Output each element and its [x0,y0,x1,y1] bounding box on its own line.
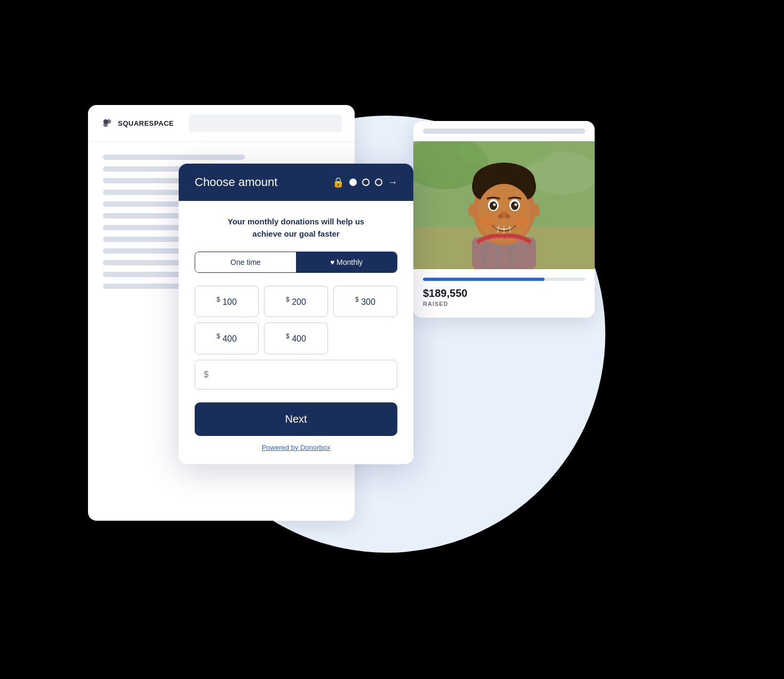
custom-amount-row [195,360,397,390]
powered-by-link[interactable]: Powered by Donorbox [195,443,397,451]
svg-point-31 [468,204,479,217]
donation-header: Choose amount 🔒 → [179,164,413,201]
raised-amount: $189,550 [423,287,585,300]
campaign-card-header [413,121,595,141]
content-line [103,155,245,160]
amount-button-200[interactable]: $ 200 [264,286,328,317]
progress-bar-fill [423,278,545,281]
svg-rect-10 [472,245,536,248]
currency-symbol: $ [217,333,220,340]
amount-grid-2: $ 400 $ 400 [195,322,397,354]
heart-icon: ♥ [330,258,334,266]
svg-point-22 [515,204,517,206]
lock-icon: 🔒 [332,176,344,188]
svg-point-21 [493,204,496,206]
monthly-toggle[interactable]: ♥ Monthly [296,252,397,272]
monthly-label: Monthly [337,258,363,266]
tagline-line2: achieve our goal faster [252,229,339,238]
next-button[interactable]: Next [195,402,397,436]
raised-label: RAISED [423,301,585,307]
squarespace-brand-name: SQUARESPACE [118,119,174,127]
svg-point-19 [490,201,497,210]
amount-grid: $ 100 $ 200 $ 300 [195,286,397,317]
svg-point-25 [506,214,510,219]
currency-symbol: $ [286,333,290,340]
step-dot-2 [362,179,370,186]
svg-point-30 [514,216,529,227]
svg-point-20 [511,201,518,210]
squarespace-logo: SQUARESPACE [101,117,174,130]
amount-button-400a[interactable]: $ 400 [195,322,259,354]
tagline-line1: Your monthly donations will help us [228,217,364,226]
svg-rect-11 [472,253,536,256]
card-header-placeholder [423,128,585,134]
svg-point-29 [479,216,494,227]
svg-point-32 [529,204,540,217]
amount-button-400b[interactable]: $ 400 [264,322,328,354]
frequency-toggle[interactable]: One time ♥ Monthly [195,252,397,273]
donation-tagline: Your monthly donations will help us achi… [195,216,397,240]
donation-card: Choose amount 🔒 → Your monthly donations… [179,164,413,464]
currency-symbol: $ [286,296,290,303]
campaign-info: $189,550 RAISED [413,269,595,318]
amount-button-100[interactable]: $ 100 [195,286,259,317]
squarespace-search-bar[interactable] [189,115,342,132]
custom-amount-input[interactable] [195,360,397,390]
step-dot-1 [349,179,357,186]
arrow-icon: → [388,177,397,188]
header-icons: 🔒 → [332,176,397,188]
currency-symbol: $ [355,296,359,303]
campaign-card: $189,550 RAISED [413,121,595,318]
one-time-toggle[interactable]: One time [195,252,296,272]
amount-button-300[interactable]: $ 300 [333,286,397,317]
donation-title: Choose amount [195,175,277,189]
progress-bar-container [423,278,585,281]
donation-body: Your monthly donations will help us achi… [179,201,413,464]
squarespace-header: SQUARESPACE [88,105,355,142]
currency-symbol: $ [217,296,220,303]
step-dot-3 [375,179,382,186]
campaign-image [413,141,595,269]
svg-point-24 [498,214,502,219]
